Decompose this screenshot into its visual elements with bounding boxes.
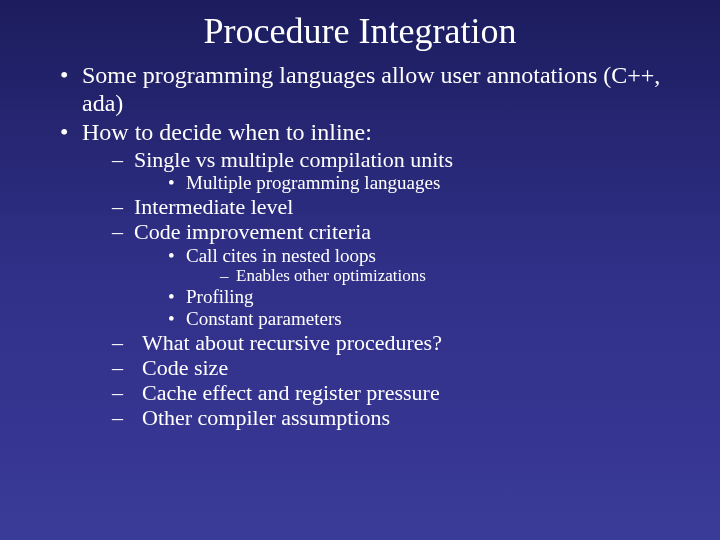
sub-sub-item: Profiling [168, 286, 690, 308]
sub-sub-text: Multiple programming languages [186, 172, 440, 193]
sub-item: Code size [112, 355, 690, 380]
sub-sub-item: Constant parameters [168, 308, 690, 330]
sub-sub-text: Constant parameters [186, 308, 342, 329]
bullet-item: Some programming languages allow user an… [60, 62, 690, 117]
bullet-item: How to decide when to inline: Single vs … [60, 119, 690, 431]
sub-sub-item: Call cites in nested loops Enables other… [168, 245, 690, 286]
sub-text: Other compiler assumptions [142, 405, 390, 430]
sub-item: What about recursive procedures? [112, 330, 690, 355]
sub-item: Other compiler assumptions [112, 405, 690, 430]
sub-text: Code improvement criteria [134, 219, 371, 244]
sub-item: Cache effect and register pressure [112, 380, 690, 405]
sub-sub-text: Profiling [186, 286, 254, 307]
sub-item: Intermediate level [112, 194, 690, 219]
sub-sub-item: Multiple programming languages [168, 172, 690, 194]
sub-item: Code improvement criteria Call cites in … [112, 219, 690, 329]
bullet-text: Some programming languages allow user an… [82, 62, 660, 116]
sub-text: Single vs multiple compilation units [134, 147, 453, 172]
sub-list: Single vs multiple compilation units Mul… [82, 147, 690, 330]
sub-sub-sub-list: Enables other optimizations [186, 266, 690, 286]
bullet-text: How to decide when to inline: [82, 119, 372, 145]
sub-item: Single vs multiple compilation units Mul… [112, 147, 690, 194]
sub-sub-list: Multiple programming languages [134, 172, 690, 194]
slide-title: Procedure Integration [30, 10, 690, 52]
sub-text: Intermediate level [134, 194, 293, 219]
sub-sub-sub-item: Enables other optimizations [220, 266, 690, 286]
sub-text: What about recursive procedures? [142, 330, 442, 355]
bullet-list: Some programming languages allow user an… [30, 62, 690, 431]
sub-sub-list: Call cites in nested loops Enables other… [134, 245, 690, 330]
sub-sub-text: Call cites in nested loops [186, 245, 376, 266]
sub-text: Code size [142, 355, 228, 380]
sub-list: What about recursive procedures? Code si… [82, 330, 690, 431]
sub-text: Cache effect and register pressure [142, 380, 440, 405]
slide: Procedure Integration Some programming l… [0, 0, 720, 540]
sub-sub-sub-text: Enables other optimizations [236, 266, 426, 285]
